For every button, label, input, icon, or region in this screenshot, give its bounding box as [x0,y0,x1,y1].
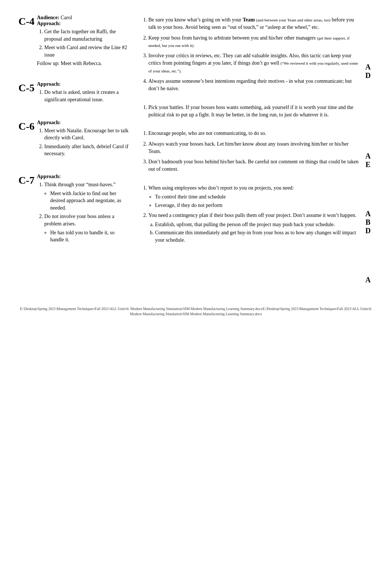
section-c4-id: C-4 [18,16,37,27]
group1-list: Be sure you know what’s going on with yo… [140,16,361,93]
list-item: Involve your critics in reviews, etc. Th… [148,52,361,75]
c5-approach-list: Do what is asked, unless it creates a si… [37,89,129,103]
section-c6: C-6 Approach: Meet with Natalie. Encoura… [18,120,129,159]
c7-approach-header: Approach: [37,174,129,180]
margin-letter-A3: A [362,210,374,218]
section-c4: C-4 Audience: Carol Approach: Get the fa… [18,15,129,67]
c7-approach-list: Think through your “must-haves.” Meet wi… [37,181,129,244]
section-c6-body: Approach: Meet with Natalie. Encourage h… [37,120,129,159]
section-c5-body: Approach: Do what is asked, unless it cr… [37,81,129,105]
margin-letter-D3: D [362,227,374,235]
section-c7-body: Approach: Think through your “must-haves… [37,174,129,245]
margin-letter-A2: A [362,152,374,160]
c4-approach-header: Approach: [37,21,129,27]
margin-letter-A1: A [362,63,374,71]
left-column: C-4 Audience: Carol Approach: Get the fa… [18,15,137,284]
section-c6-id: C-6 [18,120,37,132]
list-item: Think through your “must-haves.” Meet wi… [44,181,129,211]
margin-g4: A [362,276,374,284]
list-item: Always assume someone’s best intentions … [148,78,361,93]
section-c4-body: Audience: Carol Approach: Get the facts … [37,15,129,67]
margin-letters-column: A D A E A B D A [361,15,374,284]
list-item: Communicate this immediately and get buy… [155,229,361,244]
list-item: Meet with Natalie. Encourage her to talk… [44,127,129,142]
c5-approach-header: Approach: [37,81,129,87]
margin-letter-A4: A [362,276,374,284]
margin-letter-D1: D [362,71,374,80]
margin-g3: A B D [362,210,374,235]
section-c5-id: C-5 [18,82,37,94]
margin-g2: A E [362,152,374,169]
list-item: Immediately after lunch, debrief Carol i… [44,143,129,157]
right-group-1: Be sure you know what’s going on with yo… [140,16,361,93]
c4-audience: Audience: Carol [37,15,129,21]
group4-sub-list-2: Establish, upfront, that pulling the per… [148,221,361,244]
list-item: You need a contingency plan if their bos… [148,212,361,244]
group4-sub-list-1: To control their time and schedule Lever… [148,193,361,209]
list-item: Don’t badmouth your boss behind his/her … [148,158,361,173]
list-item: Meet with Jackie to find out her desired… [50,190,129,212]
list-item: Get the facts together on Raffi, the pro… [44,28,129,42]
list-item: Encourage people, who are not communicat… [148,130,361,137]
c7-item1-text: Think through your “must-haves.” [44,182,116,187]
c7-sub-list-2: He has told you to handle it, so handle … [44,229,129,244]
c7-item2-text: Do not involve your boss unless a proble… [44,214,114,227]
margin-letter-E2: E [362,160,374,169]
section-c7-id: C-7 [18,174,37,186]
right-group-2: Pick your battles. If your bosses boss w… [140,104,361,119]
c6-approach-list: Meet with Natalie. Encourage her to talk… [37,127,129,157]
right-group-4: When using employees who don’t report to… [140,184,361,244]
list-item: When using employees who don’t report to… [148,184,361,209]
list-item: Always watch your bosses back. Let him/h… [148,140,361,156]
list-item: Meet with Carol and review the Line #2 i… [44,44,129,58]
right-group-3: Encourage people, who are not communicat… [140,130,361,173]
margin-g1: A D [362,63,374,80]
list-item: Pick your battles. If your bosses boss w… [148,104,361,119]
footer: E:\Desktop\Spring 2021\Management Techni… [18,306,374,317]
c6-approach-header: Approach: [37,120,129,126]
list-item: Be sure you know what’s going on with yo… [148,16,361,31]
list-item: Establish, upfront, that pulling the per… [155,221,361,228]
c7-sub-list-1: Meet with Jackie to find out her desired… [44,190,129,212]
list-item: Keep your boss from having to arbitrate … [148,34,361,50]
right-column: Be sure you know what’s going on with yo… [137,15,361,284]
list-item: He has told you to handle it, so handle … [50,229,129,244]
group3-list: Encourage people, who are not communicat… [140,130,361,173]
footer-text: E:\Desktop\Spring 2021\Management Techni… [20,307,372,316]
list-item: Leverage, if they do not perform [155,202,361,209]
right-area: Be sure you know what’s going on with yo… [137,15,374,284]
c4-audience-value: Carol [61,15,72,20]
c4-audience-label: Audience: [37,15,59,20]
list-item: To control their time and schedule [155,193,361,201]
margin-letter-B3: B [362,218,374,227]
section-c5: C-5 Approach: Do what is asked, unless i… [18,81,129,105]
group2-list: Pick your battles. If your bosses boss w… [140,104,361,119]
list-item: Do not involve your boss unless a proble… [44,213,129,243]
list-item: Do what is asked, unless it creates a si… [44,89,129,103]
group4-list: When using employees who don’t report to… [140,184,361,244]
section-c7: C-7 Approach: Think through your “must-h… [18,174,129,245]
c4-follow-up: Follow up: Meet with Rebecca. [37,61,129,67]
c4-approach-list: Get the facts together on Raffi, the pro… [37,28,129,58]
